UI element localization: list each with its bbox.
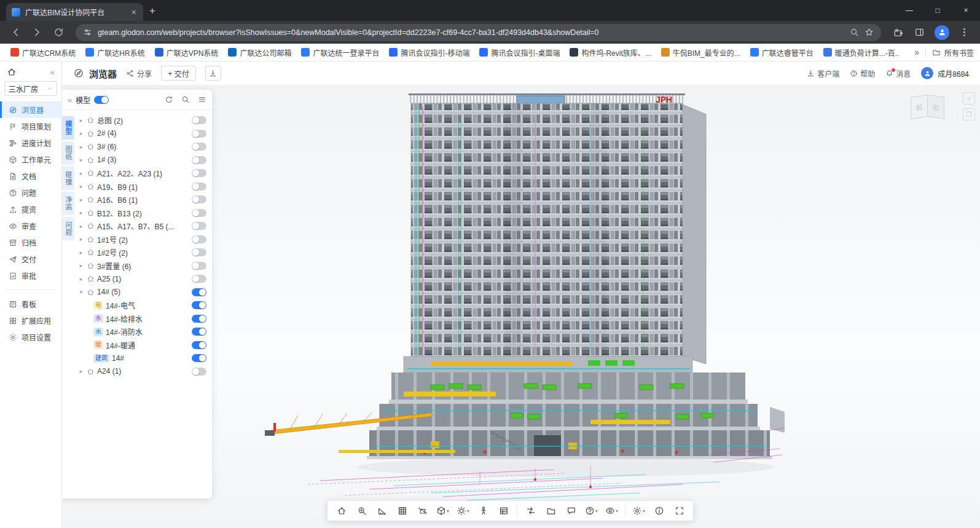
tree-node[interactable]: ▸总图 (2): [78, 114, 206, 127]
caret-right-icon[interactable]: ▸: [78, 197, 84, 203]
display-mode-button[interactable]: ▾: [433, 503, 453, 519]
window-close-button[interactable]: ×: [952, 0, 980, 21]
effects-button[interactable]: ▾: [453, 503, 473, 519]
fullscreen-button[interactable]: [669, 503, 689, 519]
search-icon[interactable]: [850, 28, 859, 37]
sidebar-item-deliver[interactable]: 交付: [0, 251, 61, 267]
sidebar-collapse-icon[interactable]: «: [50, 68, 55, 77]
sidebar-item-apps[interactable]: 扩展应用: [0, 312, 61, 329]
settings-button[interactable]: ▾: [629, 503, 649, 519]
bookmark-item[interactable]: 5151PPT模板网 - 幻..: [904, 45, 908, 60]
home-button[interactable]: [331, 503, 351, 519]
bookmark-item[interactable]: 广联达睿管平台: [746, 45, 818, 60]
roam-button[interactable]: [473, 503, 493, 519]
caret-right-icon[interactable]: ▸: [78, 117, 84, 124]
tree-node[interactable]: ▸1#2号 (2): [78, 246, 206, 259]
sidebar-item-approve[interactable]: 审批: [0, 267, 61, 284]
browser-tab[interactable]: 广联达BIM设计协同平台 ×: [6, 3, 143, 21]
side-panel-icon[interactable]: [914, 27, 925, 37]
tree-search-button[interactable]: [181, 95, 190, 104]
visibility-toggle[interactable]: [192, 315, 206, 323]
caret-right-icon[interactable]: ▸: [78, 157, 84, 163]
visibility-toggle[interactable]: [192, 156, 206, 164]
tree-node[interactable]: ▸3# (6): [78, 140, 206, 154]
viewpoint-button[interactable]: [520, 503, 541, 519]
deliver-button[interactable]: + 交付: [161, 66, 196, 81]
reload-button[interactable]: [53, 27, 64, 37]
tree-node[interactable]: ▾14# (5): [78, 286, 206, 299]
refresh-button[interactable]: [165, 95, 173, 104]
visibility-toggle[interactable]: [192, 183, 206, 191]
caret-down-icon[interactable]: ▾: [78, 289, 84, 295]
sidebar-item-archive[interactable]: 归档: [0, 234, 61, 251]
visibility-button[interactable]: ▾: [602, 503, 622, 519]
tree-node[interactable]: ▸A16、B6 (1): [78, 193, 206, 207]
client-download-button[interactable]: 客户端: [807, 68, 839, 79]
back-button[interactable]: [10, 27, 21, 37]
tree-node[interactable]: ▸A15、A17、B7、B5 (...: [78, 219, 206, 233]
tree-child-node[interactable]: 电14#-电气: [78, 299, 206, 312]
info-button[interactable]: [649, 503, 669, 519]
sidebar-item-settings[interactable]: 项目设置: [0, 329, 61, 345]
bookmark-item[interactable]: 腾讯会议指引-桌面端: [475, 45, 564, 60]
tree-node[interactable]: ▸A25 (1): [78, 272, 206, 286]
bookmark-item[interactable]: 广联达统一登录平台: [297, 45, 383, 60]
home-icon[interactable]: [7, 67, 17, 77]
visibility-toggle[interactable]: [192, 169, 206, 177]
profile-avatar[interactable]: [935, 25, 949, 40]
model-3d-view[interactable]: JPH: [246, 86, 787, 528]
view-cube-front-face[interactable]: 前: [911, 95, 928, 119]
tree-child-node[interactable]: 水14#-消防水: [78, 325, 206, 339]
caret-right-icon[interactable]: ▸: [78, 144, 84, 150]
visibility-toggle[interactable]: [192, 301, 206, 309]
bookmark-item[interactable]: 广联达CRM系统: [6, 45, 80, 60]
address-bar[interactable]: gteam.glodon.com/web/projects/browser?is…: [76, 24, 881, 41]
messages-button[interactable]: 消息: [885, 68, 911, 79]
visibility-toggle[interactable]: [192, 328, 206, 336]
tree-node[interactable]: ▸1#1号 (2): [78, 233, 206, 246]
help-button[interactable]: 帮助: [850, 68, 875, 79]
project-select[interactable]: 三水厂房: [4, 81, 57, 96]
file-button[interactable]: [541, 503, 561, 519]
caret-right-icon[interactable]: ▸: [78, 130, 84, 136]
tree-node[interactable]: ▸A24 (1): [78, 365, 206, 379]
share-button[interactable]: 分享: [126, 68, 152, 79]
bookmarks-overflow-icon[interactable]: »: [914, 47, 919, 57]
caret-right-icon[interactable]: ▸: [78, 262, 84, 269]
grid-button[interactable]: [392, 503, 412, 519]
tree-node[interactable]: ▸3#置量 (6): [78, 259, 206, 273]
bookmark-item[interactable]: 广联达VPN系统: [151, 45, 223, 60]
visibility-toggle[interactable]: [192, 354, 206, 362]
sidebar-item-work-unit[interactable]: 工作单元: [0, 151, 61, 168]
sidebar-item-review[interactable]: 审查: [0, 218, 61, 234]
model-viewport[interactable]: JPH: [62, 85, 980, 528]
panel-tab-净高[interactable]: 净高: [62, 192, 74, 215]
visibility-toggle[interactable]: [192, 130, 206, 138]
visibility-toggle[interactable]: [192, 116, 206, 124]
panel-tab-模型[interactable]: 模型: [62, 116, 74, 140]
caret-right-icon[interactable]: ▸: [78, 236, 84, 242]
help-button[interactable]: ▾: [581, 503, 602, 519]
view-cube-right-face[interactable]: 右: [928, 95, 944, 119]
bookmark-item[interactable]: 广联达公司邮箱: [224, 45, 296, 60]
visibility-toggle[interactable]: [192, 143, 206, 151]
visibility-toggle[interactable]: [192, 235, 206, 243]
tree-child-node[interactable]: 暖14#-暖通: [78, 339, 206, 352]
model-visibility-toggle[interactable]: [94, 96, 109, 104]
edge-panel-button[interactable]: ❐: [963, 108, 975, 120]
caret-right-icon[interactable]: ▸: [78, 250, 84, 256]
tree-node[interactable]: ▸1# (3): [78, 154, 206, 167]
caret-right-icon[interactable]: ▸: [78, 170, 84, 176]
caret-right-icon[interactable]: ▸: [78, 368, 84, 374]
extensions-icon[interactable]: [893, 27, 903, 37]
tree-node[interactable]: ▸B12、B13 (2): [78, 207, 206, 220]
bookmark-item[interactable]: 暖通负荷计算...-百..: [819, 45, 904, 60]
visibility-toggle[interactable]: [192, 368, 206, 376]
section-button[interactable]: [412, 503, 433, 519]
zoom-window-button[interactable]: [351, 503, 372, 519]
sidebar-item-project-plan[interactable]: 项目策划: [0, 118, 61, 135]
tree-child-node[interactable]: 水14#-给排水: [78, 312, 206, 326]
bookmark-item[interactable]: 广联达HR系统: [81, 45, 149, 60]
panel-tab-碰撞[interactable]: 碰撞: [62, 167, 74, 190]
export-button[interactable]: [205, 66, 221, 81]
